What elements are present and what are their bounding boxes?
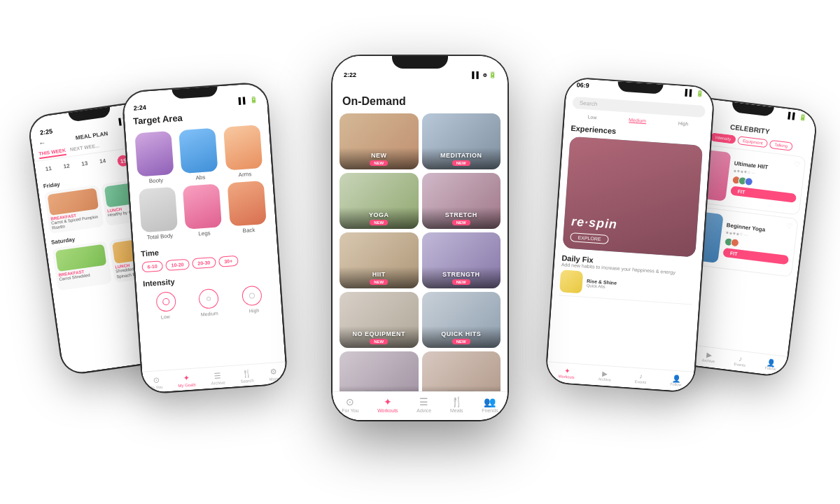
medium-label: Medium <box>201 311 218 317</box>
target-back[interactable]: Back <box>225 181 270 235</box>
phone2-time: 2:24 <box>133 104 146 111</box>
advice-nav-icon: ☰ <box>419 396 428 407</box>
time-6-10[interactable]: 6-10 <box>141 260 163 272</box>
date-12[interactable]: 12 <box>63 162 71 174</box>
workout-hiit[interactable]: HIIT NEW <box>340 232 419 288</box>
friday-breakfast-card[interactable]: BREAKFAST Carrot & Spiced Pumpkin Risott… <box>44 185 104 234</box>
ondemand-nav-workouts[interactable]: ✦ Workouts <box>377 396 398 413</box>
avatar-3 <box>744 177 753 186</box>
date-14[interactable]: 14 <box>99 158 107 169</box>
workout-stretch[interactable]: STRETCH NEW <box>422 173 501 229</box>
phone4-nav-follow[interactable]: 👤 Follow <box>670 374 682 387</box>
this-week-tab[interactable]: THIS WEEK <box>38 148 66 159</box>
phone5-events-icon: ♪ <box>738 355 743 363</box>
saturday-breakfast-card[interactable]: BREAKFAST Carrot Shredded <box>52 241 111 291</box>
noequip-title: NO EQUIPMENT <box>352 330 405 337</box>
workout-quickhits[interactable]: QUICK HITS NEW <box>422 292 501 348</box>
ondemand-nav-foryou[interactable]: ⊙ For You <box>342 396 358 413</box>
phone3-notch <box>392 56 448 69</box>
nav-friends[interactable]: ⚙ More <box>268 367 279 382</box>
back-arrow[interactable]: ← <box>38 139 46 147</box>
target-legs[interactable]: Legs <box>181 183 225 238</box>
low-label: Low <box>161 314 170 320</box>
new-badge: NEW <box>370 160 388 166</box>
hiit-title: HIIT <box>372 271 386 278</box>
workout-yoga[interactable]: YOGA NEW <box>340 173 419 229</box>
nav-meals[interactable]: 🍴 Search <box>239 369 253 384</box>
meditation-title: MEDITATION <box>440 152 482 159</box>
intensity-high[interactable]: High <box>678 120 689 127</box>
intensity-high[interactable] <box>241 286 262 307</box>
phone-ondemand: 2:22 ▌▌ ⌾ 🔋 On-Demand NEW NEW <box>332 56 507 420</box>
phone5-nav-follow[interactable]: 👤 Follow <box>764 358 777 371</box>
daily-item-img <box>559 270 583 293</box>
phone-experiences: 06:9 ▌▌ 🔋 Search Low Medium High Experie… <box>546 78 714 392</box>
time-20-30[interactable]: 20-30 <box>192 257 216 269</box>
explore-btn[interactable]: EXPLORE <box>570 232 609 244</box>
phone4-nav-events[interactable]: ♪ Events <box>635 372 648 384</box>
ondemand-nav-advice[interactable]: ☰ Advice <box>416 396 431 413</box>
meditation-overlay: MEDITATION NEW <box>422 148 501 169</box>
filter-talking[interactable]: Talking <box>769 140 793 151</box>
phone3-time: 2:22 <box>344 71 356 78</box>
phone2-battery: 🔋 <box>249 96 258 104</box>
phone3-signal: ▌▌ <box>472 71 481 78</box>
hiit-overlay: HIIT NEW <box>340 267 419 288</box>
time-10-20[interactable]: 10-20 <box>165 259 190 271</box>
advice-icon: ☰ <box>214 371 221 381</box>
quickhits-badge: NEW <box>452 339 470 344</box>
target-totalbody[interactable]: Total Body <box>136 187 181 241</box>
date-11[interactable]: 11 <box>45 165 52 177</box>
workout-new[interactable]: NEW NEW <box>340 113 419 169</box>
nav-home[interactable]: ⊙ In You <box>150 375 163 390</box>
ondemand-title: On-Demand <box>332 80 507 113</box>
yoga-heart-icon[interactable]: ♡ <box>786 223 793 231</box>
stretch-title: STRETCH <box>445 211 477 218</box>
noequip-overlay: NO EQUIPMENT NEW <box>340 326 419 348</box>
workout-meditation[interactable]: MEDITATION NEW <box>422 113 501 169</box>
phone1-time: 2:25 <box>39 127 52 136</box>
yoga-celeb-info: Beginner Yoga ★★★★☆ ··· FIT <box>722 222 792 265</box>
workout-noequip[interactable]: NO EQUIPMENT NEW <box>340 292 419 348</box>
target-arms[interactable]: Arms <box>221 125 265 179</box>
intensity-medium[interactable]: Medium <box>629 117 646 124</box>
phone2-wifi: ▌▌ <box>238 97 247 104</box>
hiit-heart-icon[interactable]: ♡ <box>794 160 801 169</box>
friends-icon: ⚙ <box>270 367 277 377</box>
target-booty[interactable]: Booty <box>132 131 176 186</box>
phone4-signal: ▌▌ <box>685 89 694 97</box>
intensity-low[interactable]: Low <box>587 114 596 120</box>
target-area-grid: Booty Abs Arms Total Body <box>125 121 276 247</box>
target-abs[interactable]: Abs <box>177 127 221 182</box>
strength-overlay: STRENGTH NEW <box>422 267 501 288</box>
phone4-time: 06:9 <box>576 81 589 89</box>
nav-workouts[interactable]: ✦ My Goals <box>177 372 196 388</box>
phone5-nav-events[interactable]: ♪ Events <box>734 354 747 368</box>
phone4-nav-workouts[interactable]: ✦ Workouts <box>558 366 575 379</box>
featured-card[interactable]: re·spin EXPLORE <box>562 136 703 258</box>
intensity-medium[interactable] <box>199 288 220 309</box>
nav-advice[interactable]: ☰ Archive <box>210 371 225 386</box>
phone5-nav-archive[interactable]: ▶ Archive <box>701 350 715 363</box>
noequip-badge: NEW <box>370 339 388 344</box>
totalbody-label: Total Body <box>147 232 174 241</box>
friends-nav-icon: 👥 <box>484 396 496 407</box>
ondemand-nav-meals[interactable]: 🍴 Meals <box>450 396 463 413</box>
new-title: NEW <box>371 152 387 159</box>
quickhits-title: QUICK HITS <box>441 330 481 337</box>
ondemand-nav-friends[interactable]: 👥 Friends <box>482 396 498 413</box>
follow-sm-icon: 👤 <box>672 374 681 383</box>
phone3-wifi: ⌾ <box>483 71 486 78</box>
intensity-low[interactable] <box>155 291 176 312</box>
date-13[interactable]: 13 <box>81 160 89 172</box>
booty-label: Booty <box>148 177 163 184</box>
phone4-nav-archive[interactable]: ▶ Archive <box>598 369 611 382</box>
workout-strength[interactable]: STRENGTH NEW <box>422 232 501 288</box>
next-week-tab[interactable]: NEXT WEE... <box>69 143 100 155</box>
yoga-avatar-2 <box>730 238 739 247</box>
strength-title: STRENGTH <box>442 271 480 278</box>
new-overlay: NEW NEW <box>340 148 419 169</box>
back-img <box>227 181 267 226</box>
stretch-badge: NEW <box>452 220 470 225</box>
time-30plus[interactable]: 30+ <box>218 255 239 267</box>
